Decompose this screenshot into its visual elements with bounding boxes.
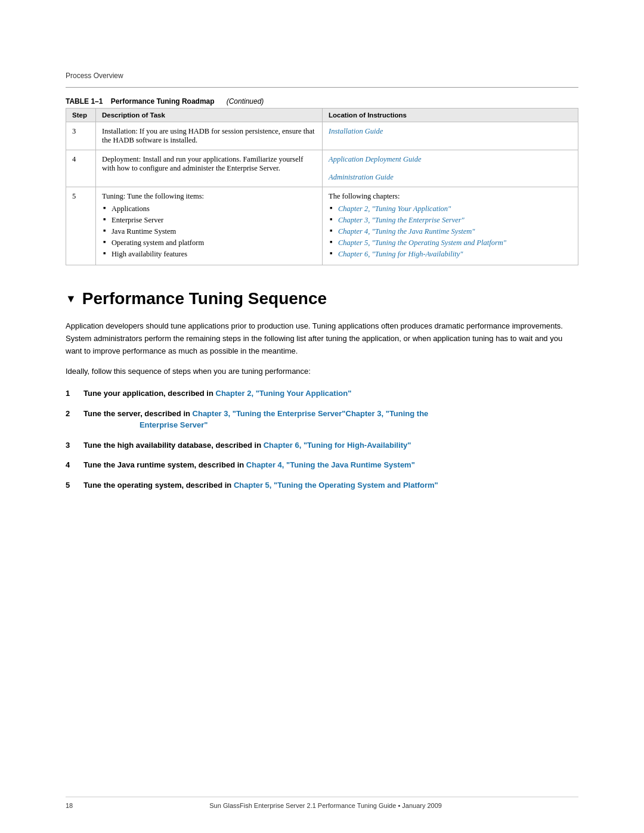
footer-page-number: 18 <box>66 802 73 809</box>
list-item-text: Tune the server, described in Chapter 3,… <box>83 408 428 431</box>
ch2-link[interactable]: Chapter 2, "Tuning Your Application" <box>338 205 451 213</box>
location-list: Chapter 2, "Tuning Your Application" Cha… <box>329 203 572 260</box>
list-item: 4 Tune the Java runtime system, describe… <box>66 459 578 471</box>
list-item: 3 Tune the high availability database, d… <box>66 439 578 451</box>
application-deployment-guide-link[interactable]: Application Deployment Guide <box>329 155 422 163</box>
section-paragraph-1: Application developers should tune appli… <box>66 320 578 357</box>
item5-link[interactable]: Chapter 5, "Tuning the Operating System … <box>234 481 438 490</box>
table-id: TABLE 1–1 <box>66 97 103 106</box>
list-item-number: 5 <box>66 479 76 491</box>
ch6-link[interactable]: Chapter 6, "Tuning for High-Availability… <box>338 250 463 258</box>
ch4-link[interactable]: Chapter 4, "Tuning the Java Runtime Syst… <box>338 227 475 236</box>
page-footer: 18 Sun GlassFish Enterprise Server 2.1 P… <box>66 797 578 809</box>
ch5-link[interactable]: Chapter 5, "Tuning the Operating System … <box>338 239 506 247</box>
location-instructions: The following chapters: Chapter 2, "Tuni… <box>323 187 578 265</box>
list-item: Chapter 3, "Tuning the Enterprise Server… <box>329 215 572 226</box>
section-title: ▼ Performance Tuning Sequence <box>66 289 578 308</box>
table-row: 3 Installation: If you are using HADB fo… <box>66 122 578 150</box>
task-description: Installation: If you are using HADB for … <box>96 122 323 150</box>
section-triangle-icon: ▼ <box>66 293 76 305</box>
page: Process Overview TABLE 1–1 Performance T… <box>0 0 644 833</box>
list-item: 2 Tune the server, described in Chapter … <box>66 408 578 431</box>
table-row: 5 Tuning: Tune the following items: Appl… <box>66 187 578 265</box>
section-paragraph-2: Ideally, follow this sequence of steps w… <box>66 366 578 378</box>
list-item: Operating system and platform <box>102 237 316 249</box>
table-caption: TABLE 1–1 Performance Tuning Roadmap (Co… <box>66 97 578 106</box>
list-item: 1 Tune your application, described in Ch… <box>66 388 578 400</box>
footer-center-text: Sun GlassFish Enterprise Server 2.1 Perf… <box>209 802 442 809</box>
list-item: High availability features <box>102 249 316 260</box>
list-item-text: Tune the high availability database, des… <box>83 439 411 451</box>
list-item: Enterprise Server <box>102 215 316 226</box>
list-item: Chapter 6, "Tuning for High-Availability… <box>329 249 572 260</box>
table-title: Performance Tuning Roadmap <box>111 97 215 106</box>
task-list: Applications Enterprise Server Java Runt… <box>102 203 316 260</box>
list-item-text: Tune the Java runtime system, described … <box>83 459 415 471</box>
item2-link[interactable]: Chapter 3, "Tuning the Enterprise Server… <box>193 409 346 418</box>
location-instructions: Application Deployment Guide Administrat… <box>323 150 578 187</box>
installation-guide-link[interactable]: Installation Guide <box>329 127 383 135</box>
list-item: Applications <box>102 203 316 215</box>
table-continued: (Continued) <box>227 97 264 106</box>
task-description: Deployment: Install and run your applica… <box>96 150 323 187</box>
table-row: 4 Deployment: Install and run your appli… <box>66 150 578 187</box>
list-item-text: Tune the operating system, described in … <box>83 479 438 491</box>
section-title-text: Performance Tuning Sequence <box>82 289 327 308</box>
roadmap-table: Step Description of Task Location of Ins… <box>66 108 578 265</box>
list-item: Chapter 4, "Tuning the Java Runtime Syst… <box>329 226 572 237</box>
step-number: 4 <box>66 150 96 187</box>
tuning-sequence-list: 1 Tune your application, described in Ch… <box>66 388 578 491</box>
list-item-number: 2 <box>66 408 76 431</box>
administration-guide-link[interactable]: Administration Guide <box>329 173 394 181</box>
list-item: Chapter 2, "Tuning Your Application" <box>329 203 572 215</box>
location-instructions: Installation Guide <box>323 122 578 150</box>
step-number: 3 <box>66 122 96 150</box>
col-header-task: Description of Task <box>96 109 323 122</box>
list-item-number: 4 <box>66 459 76 471</box>
item4-link[interactable]: Chapter 4, "Tuning the Java Runtime Syst… <box>246 460 415 469</box>
task-description: Tuning: Tune the following items: Applic… <box>96 187 323 265</box>
list-item: Java Runtime System <box>102 226 316 237</box>
col-header-step: Step <box>66 109 96 122</box>
list-item: 5 Tune the operating system, described i… <box>66 479 578 491</box>
section-header: Process Overview <box>66 72 578 80</box>
col-header-location: Location of Instructions <box>323 109 578 122</box>
list-item-number: 1 <box>66 388 76 400</box>
top-rule <box>66 87 578 88</box>
list-item-number: 3 <box>66 439 76 451</box>
step-number: 5 <box>66 187 96 265</box>
item1-link[interactable]: Chapter 2, "Tuning Your Application" <box>216 389 352 398</box>
list-item: Chapter 5, "Tuning the Operating System … <box>329 237 572 249</box>
item3-link[interactable]: Chapter 6, "Tuning for High-Availability… <box>264 441 411 450</box>
ch3-link[interactable]: Chapter 3, "Tuning the Enterprise Server… <box>338 216 465 224</box>
list-item-text: Tune your application, described in Chap… <box>83 388 351 400</box>
